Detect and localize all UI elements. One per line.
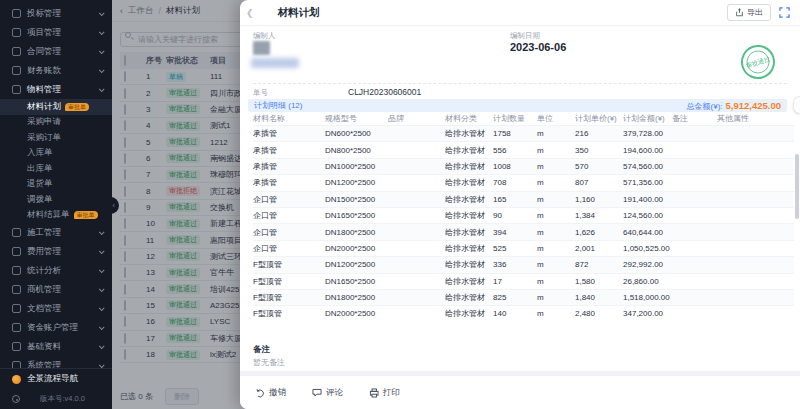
sidebar-footer: 全景流程导航 版本号:v4.0.0 — [0, 368, 112, 409]
sidebar-subitem-label: 材料计划 — [27, 101, 61, 113]
material-cell: DN1200*2500 — [325, 260, 388, 269]
chevron-down-icon — [99, 229, 105, 235]
material-col-header: 计划数量 — [493, 113, 537, 124]
material-row: F型顶管DN1200*2500给排水管材336m872292,992.00 — [253, 256, 794, 272]
material-cell: 191,400.00 — [623, 195, 672, 204]
sidebar-subitem[interactable]: 材料计划审批单 — [0, 99, 112, 115]
material-cell: 556 — [493, 146, 537, 155]
sidebar-item-finance[interactable]: 财务账款 — [0, 61, 112, 80]
sidebar-item-label: 费用管理 — [27, 246, 61, 258]
drawer-body: 编制人 编制日期 2023-06-06 审批通过 单号 CLJH20230606… — [240, 26, 800, 371]
sidebar-item-label: 基础资料 — [27, 341, 61, 353]
drawer-scrollbar[interactable] — [795, 154, 799, 219]
material-cell: m — [537, 129, 575, 138]
material-cell: 26,860.00 — [623, 277, 672, 286]
material-cell: 194,600.00 — [623, 146, 672, 155]
material-cell: DN2000*2500 — [325, 244, 388, 253]
material-row: 承插管DN1200*2500给排水管材708m807571,356.00 — [253, 174, 794, 190]
material-cell: 承插管 — [253, 177, 325, 188]
sidebar-subitem-label: 调拨单 — [27, 194, 53, 206]
sidebar-item-label: 文档管理 — [27, 303, 61, 315]
sidebar-item-label: 统计分析 — [27, 265, 61, 277]
material-cell: 1,384 — [575, 211, 623, 220]
sidebar-item-docs[interactable]: 文档管理 — [0, 299, 112, 318]
chevron-down-icon — [99, 305, 105, 311]
material-cell: 336 — [493, 260, 537, 269]
sidebar-subitem[interactable]: 采购申请 — [0, 115, 112, 131]
sidebar-subitem-label: 出库单 — [27, 163, 53, 175]
sidebar-item-material[interactable]: 物料管理 — [0, 80, 112, 99]
order-no-label: 单号 — [253, 88, 268, 98]
sidebar-item-label: 施工管理 — [27, 227, 61, 239]
material-cell: F型顶管 — [253, 292, 325, 303]
material-cell: m — [537, 309, 575, 318]
sidebar-subitem[interactable]: 材料结算单审批单 — [0, 208, 112, 224]
export-label: 导出 — [747, 7, 763, 18]
expand-icon — [779, 7, 790, 18]
undo-icon — [255, 388, 265, 398]
material-row: 企口管DN1500*2500给排水管材165m1,160191,400.00 — [253, 191, 794, 207]
version-row: 版本号:v4.0.0 — [0, 389, 112, 409]
gear-icon[interactable] — [12, 395, 20, 403]
material-cell: m — [537, 211, 575, 220]
divider — [253, 83, 787, 84]
material-cell: DN2000*2500 — [325, 309, 388, 318]
material-col-header: 规格型号 — [325, 113, 388, 124]
sidebar-item-funds[interactable]: 资金账户管理 — [0, 318, 112, 337]
fullscreen-button[interactable] — [779, 7, 790, 18]
date-value: 2023-06-06 — [510, 41, 566, 53]
material-cell: 企口管 — [253, 227, 325, 238]
export-button[interactable]: 导出 — [727, 4, 771, 21]
sidebar-item-business[interactable]: 商机管理 — [0, 280, 112, 299]
revoke-button[interactable]: 撤销 — [255, 387, 286, 399]
sidebar-subitem[interactable]: 退货单 — [0, 177, 112, 193]
footer-button-label: 评论 — [326, 387, 343, 399]
material-cell: 1,160 — [575, 195, 623, 204]
drawer-resize-handle[interactable] — [793, 96, 800, 114]
material-table-body: 承插管DN600*2500给排水管材1758m216379,728.00承插管D… — [253, 125, 794, 322]
sidebar-item-contract[interactable]: 合同管理 — [0, 42, 112, 61]
panorama-nav-item[interactable]: 全景流程导航 — [0, 369, 112, 389]
material-cell: 216 — [575, 129, 623, 138]
comment-button[interactable]: 评论 — [312, 387, 343, 399]
stats-icon — [12, 266, 21, 275]
sidebar-item-label: 项目管理 — [27, 27, 61, 39]
material-cell: 给排水管材 — [445, 292, 493, 303]
sidebar-item-base[interactable]: 基础资料 — [0, 337, 112, 356]
material-cell: 347,200.00 — [623, 309, 672, 318]
material-row: 企口管DN1800*2500给排水管材394m1,626640,644.00 — [253, 223, 794, 239]
print-button[interactable]: 打印 — [369, 387, 400, 399]
approval-badge: 审批单 — [65, 103, 89, 111]
sidebar-item-stats[interactable]: 统计分析 — [0, 261, 112, 280]
material-cell: m — [537, 195, 575, 204]
material-col-header: 单位 — [537, 113, 575, 124]
sidebar-item-system[interactable]: 系统管理 — [0, 356, 112, 368]
material-cell: DN1800*2500 — [325, 293, 388, 302]
material-cell: 872 — [575, 260, 623, 269]
sidebar-subitem[interactable]: 调拨单 — [0, 192, 112, 208]
sidebar-subitem-label: 采购订单 — [27, 132, 61, 144]
sidebar-item-construction[interactable]: 施工管理 — [0, 223, 112, 242]
construction-icon — [12, 228, 21, 237]
sidebar-subitem[interactable]: 入库单 — [0, 146, 112, 162]
sidebar-subitem[interactable]: 采购订单 — [0, 130, 112, 146]
sidebar-item-expense[interactable]: 费用管理 — [0, 242, 112, 261]
drawer-collapse-icon[interactable]: ❮ — [246, 8, 254, 18]
material-cell: 570 — [575, 162, 623, 171]
sidebar-item-project[interactable]: 项目管理 — [0, 23, 112, 42]
sidebar-item-bid[interactable]: 投标管理 — [0, 4, 112, 23]
material-cell: 165 — [493, 195, 537, 204]
material-cell: 292,992.00 — [623, 260, 672, 269]
material-cell: 90 — [493, 211, 537, 220]
business-icon — [12, 285, 21, 294]
material-cell: m — [537, 162, 575, 171]
material-cell: 给排水管材 — [445, 243, 493, 254]
material-col-header: 备注 — [672, 113, 717, 124]
chevron-down-icon — [99, 362, 105, 368]
material-row: 承插管DN600*2500给排水管材1758m216379,728.00 — [253, 125, 794, 141]
sidebar-item-label: 商机管理 — [27, 284, 61, 296]
material-cell: 承插管 — [253, 145, 325, 156]
sidebar-subitem[interactable]: 出库单 — [0, 161, 112, 177]
material-col-header: 材料分类 — [445, 113, 493, 124]
chevron-down-icon — [99, 10, 105, 16]
